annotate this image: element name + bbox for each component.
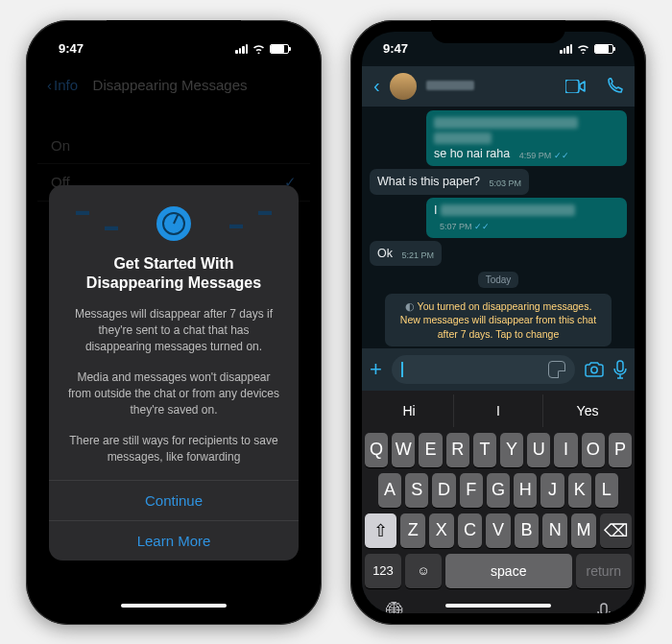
keyboard: Hi I Yes Q W E R T Y U I O P A S D F — [362, 391, 635, 613]
message-incoming[interactable]: Ok 5:21 PM — [370, 241, 442, 266]
text-cursor — [401, 362, 403, 377]
key-row-1: Q W E R T Y U I O P — [365, 433, 632, 467]
key[interactable]: X — [429, 513, 454, 548]
chat-nav: ‹ — [362, 66, 635, 107]
phone-left: 9:47 ‹ Info Disappearing Messages On Off… — [26, 20, 322, 625]
system-message[interactable]: ◐You turned on disappearing messages. Ne… — [385, 294, 612, 346]
key[interactable]: B — [515, 513, 540, 548]
key-row-3: ⇧ Z X C V B N M ⌫ — [365, 513, 632, 548]
message-outgoing[interactable]: I 5:07 PM ✓✓ — [426, 198, 627, 239]
suggestion[interactable]: Yes — [543, 394, 632, 427]
wifi-icon — [252, 43, 266, 54]
sheet-title: Get Started With Disappearing Messages — [66, 254, 281, 293]
key[interactable]: R — [446, 433, 469, 467]
home-indicator[interactable] — [121, 604, 227, 608]
key[interactable]: L — [595, 473, 618, 508]
key[interactable]: M — [571, 513, 596, 548]
notch — [107, 20, 241, 43]
key[interactable]: P — [609, 433, 632, 467]
battery-icon — [270, 44, 289, 54]
return-key[interactable]: return — [576, 554, 632, 588]
status-time: 9:47 — [383, 41, 408, 56]
chat-bubble-icon: ▬ — [105, 218, 118, 233]
sheet-paragraph-1: Messages will disappear after 7 days if … — [66, 306, 281, 356]
space-key[interactable]: space — [445, 554, 572, 588]
key[interactable]: Q — [365, 433, 388, 467]
wifi-icon — [576, 43, 590, 54]
message-time: 5:07 PM — [440, 222, 472, 231]
message-text: se ho nai raha — [434, 147, 510, 160]
read-ticks-icon: ✓✓ — [554, 151, 569, 160]
sticker-button[interactable] — [548, 361, 565, 378]
key[interactable]: S — [405, 473, 428, 508]
sheet-paragraph-3: There are still ways for recipients to s… — [66, 433, 281, 466]
svg-point-1 — [591, 367, 597, 372]
chat-area[interactable]: se ho nai raha 4:59 PM ✓✓ What is this p… — [362, 107, 635, 362]
mic-button[interactable] — [613, 360, 627, 379]
message-text: What is this paper? — [377, 175, 480, 188]
camera-button[interactable] — [585, 361, 604, 377]
timer-icon — [156, 206, 191, 241]
learn-more-button[interactable]: Learn More — [49, 520, 299, 561]
message-time: 5:03 PM — [489, 179, 521, 190]
key[interactable]: K — [568, 473, 591, 508]
key[interactable]: I — [554, 433, 577, 467]
key[interactable]: O — [582, 433, 605, 467]
svg-rect-0 — [565, 80, 579, 93]
key[interactable]: E — [419, 433, 442, 467]
chat-bubble-icon: ▬ — [229, 216, 243, 231]
continue-button[interactable]: Continue — [49, 480, 299, 520]
key[interactable]: V — [486, 513, 511, 548]
key[interactable]: G — [487, 473, 510, 508]
key-row-2: A S D F G H J K L — [365, 473, 632, 508]
home-indicator[interactable] — [445, 604, 551, 608]
signal-icon — [235, 44, 248, 54]
key-row-4: 123 ☺ space return — [365, 554, 632, 588]
dictate-key[interactable] — [597, 603, 611, 613]
key[interactable]: N — [542, 513, 567, 548]
emoji-key[interactable]: ☺ — [405, 554, 442, 588]
message-text: Ok — [377, 247, 393, 260]
chat-bubble-icon: ▬ — [258, 203, 272, 218]
suggestion[interactable]: Hi — [365, 394, 454, 427]
contact-name[interactable] — [426, 81, 556, 92]
key[interactable]: U — [527, 433, 550, 467]
voice-call-button[interactable] — [606, 78, 623, 95]
message-outgoing[interactable]: se ho nai raha 4:59 PM ✓✓ — [426, 110, 627, 167]
svg-rect-3 — [601, 604, 607, 613]
attach-button[interactable]: + — [370, 357, 382, 382]
svg-rect-2 — [617, 361, 623, 371]
contact-avatar[interactable] — [390, 73, 417, 100]
video-call-button[interactable] — [565, 80, 587, 93]
globe-key[interactable]: 🌐︎ — [386, 602, 403, 613]
key[interactable]: W — [392, 433, 415, 467]
shift-key[interactable]: ⇧ — [365, 513, 396, 548]
key[interactable]: Y — [500, 433, 523, 467]
message-input[interactable] — [392, 355, 575, 384]
signal-icon — [560, 44, 572, 54]
date-divider: Today — [478, 272, 519, 288]
key[interactable]: H — [514, 473, 537, 508]
key[interactable]: C — [458, 513, 483, 548]
suggestion-bar: Hi I Yes — [365, 394, 632, 427]
key[interactable]: J — [540, 473, 564, 508]
key[interactable]: D — [432, 473, 455, 508]
backspace-key[interactable]: ⌫ — [600, 513, 632, 548]
message-time: 5:21 PM — [401, 250, 434, 262]
system-message-text: You turned on disappearing messages. New… — [400, 300, 596, 339]
input-bar: + — [362, 348, 635, 391]
suggestion[interactable]: I — [454, 394, 543, 427]
numbers-key[interactable]: 123 — [365, 554, 401, 588]
key[interactable]: A — [378, 473, 401, 508]
key[interactable]: T — [473, 433, 496, 467]
chat-bubble-icon: ▬ — [76, 203, 89, 218]
back-button[interactable]: ‹ — [373, 75, 380, 97]
notch — [431, 20, 565, 43]
status-time: 9:47 — [59, 41, 84, 56]
disappearing-sheet: ▬ ▬ ▬ ▬ Get Started With Disappearing Me… — [49, 185, 299, 561]
message-time: 4:59 PM — [519, 151, 552, 160]
message-incoming[interactable]: What is this paper? 5:03 PM — [370, 169, 529, 194]
key[interactable]: Z — [400, 513, 425, 548]
read-ticks-icon: ✓✓ — [474, 222, 490, 231]
key[interactable]: F — [460, 473, 483, 508]
